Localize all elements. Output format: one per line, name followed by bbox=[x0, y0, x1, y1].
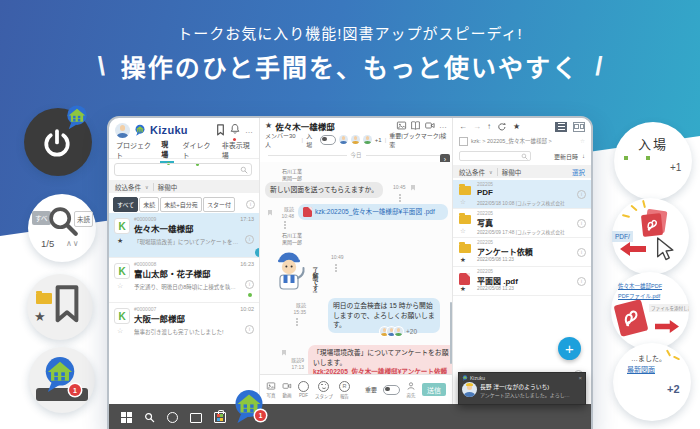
badge-latest-line2: 最新図面 bbox=[627, 364, 655, 374]
survey-link[interactable]: kzk:202205_佐々木一雄様邸¥アンケート依頼 bbox=[313, 367, 452, 374]
windows-start-icon[interactable] bbox=[121, 412, 132, 423]
attach-video-button[interactable]: 動画 bbox=[282, 381, 292, 398]
grid-view-button[interactable] bbox=[573, 122, 585, 132]
message-menu-icon[interactable] bbox=[284, 221, 286, 223]
tab-project[interactable]: プロジェクト bbox=[115, 138, 153, 162]
file-filter-condition[interactable]: 絞込条件 bbox=[459, 167, 485, 177]
sort-desc-icon: ↓ bbox=[582, 153, 585, 159]
more-menu-button[interactable]: … bbox=[245, 126, 253, 135]
cortana-icon[interactable] bbox=[167, 412, 178, 423]
bookmark-flag-icon[interactable] bbox=[411, 185, 415, 191]
photos-icon[interactable] bbox=[396, 120, 407, 131]
badge-bookmark-circle: ★ bbox=[27, 274, 93, 340]
file-item-photo-folder[interactable]: 202205 写真 2022/05/09 17:48 |コムテックス株式会社 ☆… bbox=[453, 209, 591, 238]
bookmark-flag-icon[interactable] bbox=[282, 350, 286, 356]
stamp-button[interactable]: スタンプ bbox=[315, 381, 333, 399]
store-icon[interactable] bbox=[214, 412, 226, 423]
info-icon[interactable]: i bbox=[577, 277, 586, 286]
bookmark-icon[interactable] bbox=[216, 124, 225, 136]
file-meta: 2022/05/18 10:08 |コムテックス株式会社 bbox=[477, 199, 565, 206]
star-icon[interactable]: ☆ bbox=[117, 327, 123, 335]
message-time: 10:49 bbox=[331, 254, 344, 260]
room-item-sasaki[interactable]: K #0000009 佐々木一雄様邸 17:13 ★ 「現場環境改善」についてア… bbox=[109, 213, 259, 258]
filter-tab-unread[interactable]: 未読 bbox=[139, 197, 159, 212]
recipient-button[interactable]: 宛先 bbox=[406, 381, 416, 398]
message-bubble-file[interactable]: kzk:202205_佐々木一雄様邸¥平面図 .pdf bbox=[298, 204, 448, 220]
star-icon[interactable]: ☆ bbox=[580, 138, 585, 144]
room-item-toyama[interactable]: K #0000008 富山太郎・花子様邸 16:23 ☆ 予定通り、明後日の8時… bbox=[109, 258, 259, 303]
filter-condition-label[interactable]: 絞込条件 bbox=[115, 182, 141, 192]
chat-scrollbar[interactable] bbox=[450, 302, 453, 364]
info-icon[interactable]: i bbox=[577, 219, 586, 228]
reactions-row[interactable]: +20 bbox=[382, 327, 417, 336]
attach-photo-button[interactable]: 写真 bbox=[266, 381, 276, 398]
forward-icon[interactable]: → bbox=[473, 122, 481, 131]
entry-toggle[interactable] bbox=[320, 135, 336, 145]
breadcrumb[interactable]: kzk: > 202205_佐々木一雄様邸 > bbox=[471, 137, 552, 145]
documents-icon[interactable] bbox=[410, 120, 421, 131]
video-call-icon[interactable] bbox=[424, 120, 436, 131]
tab-direct[interactable]: ダイレクト bbox=[181, 138, 213, 162]
message-menu-icon[interactable] bbox=[296, 318, 298, 320]
reactions-count: +20 bbox=[406, 328, 417, 335]
info-icon[interactable]: i bbox=[577, 248, 586, 257]
file-item-pdf-folder[interactable]: 202205 PDF 2022/05/18 10:08 |コムテックス株式会社 … bbox=[453, 180, 591, 209]
chat-members-count[interactable]: メンバー30人 bbox=[265, 131, 299, 149]
star-icon[interactable]: ★ bbox=[460, 285, 466, 293]
up-icon[interactable]: ↑ bbox=[487, 122, 491, 131]
message-bubble-survey[interactable]: 「現場環境改善」についてアンケートをお願いします。 kzk:202205_佐々木… bbox=[308, 345, 452, 374]
info-icon[interactable]: i bbox=[245, 235, 254, 244]
add-file-button[interactable]: + bbox=[558, 337, 581, 360]
windows-taskbar: 1 bbox=[109, 404, 591, 429]
toast-close-button[interactable]: × bbox=[578, 375, 582, 381]
filter-tab-starred[interactable]: スター付 bbox=[203, 197, 235, 212]
file-search-input[interactable] bbox=[459, 151, 531, 161]
notification-toast[interactable]: Kizuku × 長野 洋一(ながのよういち) アンケート記入いたしました。よろ… bbox=[458, 372, 586, 405]
star-icon[interactable]: ☆ bbox=[460, 198, 466, 206]
info-icon[interactable]: i bbox=[245, 280, 254, 289]
list-view-button[interactable] bbox=[555, 122, 567, 132]
tab-hidden[interactable]: 非表示現場 bbox=[221, 138, 253, 162]
room-search-input[interactable] bbox=[114, 163, 252, 176]
sort-label[interactable]: 更新日時 bbox=[554, 152, 578, 161]
select-link[interactable]: 選択 bbox=[572, 167, 585, 177]
pdf-acrobat-icon bbox=[618, 305, 645, 332]
filter-tab-unread-mine[interactable]: 未読+自分宛 bbox=[160, 197, 202, 212]
star-icon[interactable]: ☆ bbox=[117, 282, 123, 290]
task-view-icon[interactable] bbox=[190, 413, 202, 423]
send-button[interactable]: 送信 bbox=[422, 383, 446, 396]
attach-pdf-button[interactable]: PDF bbox=[298, 381, 309, 398]
kizuku-taskbar-app[interactable]: 1 bbox=[231, 388, 267, 428]
chat-quick-links[interactable]: 重要|ブックマーク|検索 bbox=[389, 131, 447, 149]
tab-genba[interactable]: 現場 bbox=[160, 137, 174, 163]
refresh-icon[interactable] bbox=[497, 122, 507, 132]
file-item-survey-folder[interactable]: 202205 アンケート依頼 2022/05/08 11:23 ★ i bbox=[453, 238, 591, 267]
info-icon[interactable]: i bbox=[245, 325, 254, 334]
report-button[interactable]: R 報告 bbox=[339, 381, 350, 399]
back-icon[interactable]: ← bbox=[459, 122, 467, 131]
message-menu-icon[interactable] bbox=[399, 194, 401, 196]
file-link-text[interactable]: kzk:202205_佐々木一雄様邸¥平面図 .pdf bbox=[315, 207, 435, 216]
chat-composer-toolbar: 写真 動画 PDF スタンプ bbox=[260, 374, 452, 404]
user-avatar[interactable] bbox=[115, 123, 130, 138]
message-menu-icon[interactable] bbox=[335, 264, 337, 266]
important-toggle[interactable] bbox=[383, 385, 400, 395]
star-icon[interactable]: ★ bbox=[117, 237, 123, 245]
file-name: 平面図 .pdf bbox=[477, 275, 518, 286]
star-icon[interactable]: ★ bbox=[460, 256, 466, 264]
bookmark-flag-icon[interactable] bbox=[268, 210, 272, 216]
chat-message-list[interactable]: 石川工業 黒岡一郎 新しい図面を送ってもらえますか。 10:45 既読 10:4… bbox=[260, 162, 452, 374]
info-icon[interactable]: i bbox=[246, 200, 255, 209]
more-menu-button[interactable]: … bbox=[439, 121, 447, 130]
star-icon[interactable]: ★ bbox=[513, 122, 520, 131]
star-icon[interactable]: ★ bbox=[265, 121, 272, 130]
filter-tab-all[interactable]: すべて bbox=[113, 197, 138, 212]
room-item-osaka[interactable]: K #0000007 大阪一郎様邸 10:02 ☆ 無事お引き渡しも完了いたしま… bbox=[109, 303, 259, 348]
chat-members-plus[interactable]: +1 bbox=[375, 137, 382, 143]
taskbar-search-icon[interactable] bbox=[144, 412, 155, 423]
star-icon[interactable]: ☆ bbox=[460, 227, 466, 235]
notifications-button[interactable] bbox=[229, 121, 241, 139]
info-icon[interactable]: i bbox=[577, 190, 586, 199]
file-name: PDF bbox=[477, 188, 493, 197]
file-item-floorplan-pdf[interactable]: 202205 平面図 .pdf 2022/05/08 11:23 ★ i bbox=[453, 267, 591, 296]
